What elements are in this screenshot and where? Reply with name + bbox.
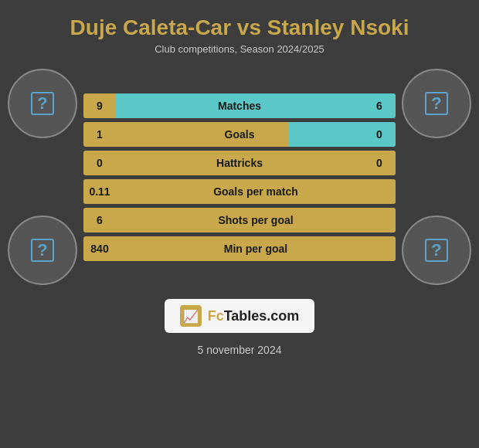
min-per-goal-left-val: 840 <box>83 236 116 261</box>
matches-label: Matches <box>116 93 363 118</box>
main-content: ? ? 9 Matches 6 1 Goals 0 <box>8 69 471 285</box>
shots-per-goal-left-val: 6 <box>83 208 116 232</box>
matches-right-val: 6 <box>363 93 396 118</box>
player2-question-icon2: ? <box>425 239 448 262</box>
goals-teal-fill <box>289 122 363 147</box>
player1-avatar-top: ? <box>8 69 77 138</box>
stat-row-matches: 9 Matches 6 <box>83 93 396 118</box>
logo-text: FcTables.com <box>208 308 300 324</box>
goals-label-text: Goals <box>225 128 255 141</box>
stat-row-goals-per-match: 0.11 Goals per match <box>83 179 396 204</box>
goals-per-match-label: Goals per match <box>116 179 396 204</box>
player2-question-icon: ? <box>425 92 448 115</box>
shots-per-goal-label: Shots per goal <box>116 208 396 232</box>
player1-question-icon2: ? <box>31 239 54 262</box>
goals-right-val: 0 <box>363 122 396 147</box>
fctables-logo[interactable]: 📈 FcTables.com <box>165 299 315 333</box>
player2-avatar-bottom: ? <box>402 216 471 285</box>
min-per-goal-label: Min per goal <box>116 236 396 261</box>
logo-icon: 📈 <box>180 305 202 327</box>
player1-avatar-bottom: ? <box>8 216 77 285</box>
stat-row-goals: 1 Goals 0 <box>83 122 396 147</box>
stat-row-shots-per-goal: 6 Shots per goal <box>83 208 396 232</box>
stats-rows: 9 Matches 6 1 Goals 0 0 Hattricks 0 <box>77 93 402 261</box>
hattricks-right-val: 0 <box>363 151 396 175</box>
goals-label: Goals <box>116 122 363 147</box>
right-avatars: ? ? <box>402 69 471 285</box>
match-date: 5 november 2024 <box>198 344 282 356</box>
matches-left-val: 9 <box>83 93 116 118</box>
left-avatars: ? ? <box>8 69 77 285</box>
hattricks-label: Hattricks <box>116 151 363 175</box>
page-container: Duje Caleta-Car vs Stanley Nsoki Club co… <box>0 0 479 448</box>
page-title: Duje Caleta-Car vs Stanley Nsoki <box>70 15 409 40</box>
page-subtitle: Club competitions, Season 2024/2025 <box>155 43 324 55</box>
hattricks-left-val: 0 <box>83 151 116 175</box>
stat-row-min-per-goal: 840 Min per goal <box>83 236 396 261</box>
player1-question-icon: ? <box>31 92 54 115</box>
goals-left-val: 1 <box>83 122 116 147</box>
player2-avatar-top: ? <box>402 69 471 138</box>
stat-row-hattricks: 0 Hattricks 0 <box>83 151 396 175</box>
goals-per-match-left-val: 0.11 <box>83 179 116 204</box>
